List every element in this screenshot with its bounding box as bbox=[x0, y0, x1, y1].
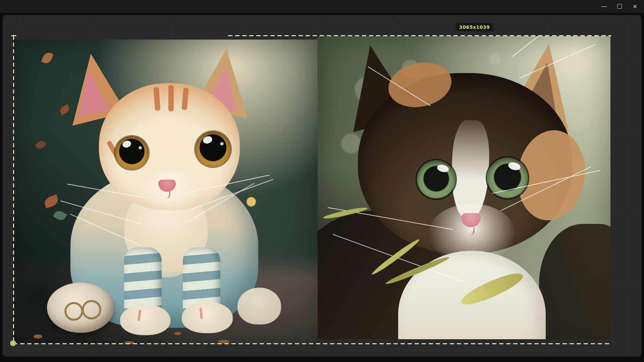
window-titlebar: — ✕ bbox=[0, 0, 644, 13]
canvas-image-calico-kitten[interactable] bbox=[318, 36, 610, 339]
pebble-swirl bbox=[64, 302, 83, 321]
kitten-eye-left bbox=[115, 136, 149, 170]
close-button[interactable]: ✕ bbox=[627, 0, 643, 13]
leaf-particle bbox=[35, 139, 46, 150]
maximize-icon bbox=[617, 4, 622, 9]
floor-debris bbox=[174, 332, 181, 335]
selection-edge-left bbox=[13, 36, 14, 344]
kitten-eye-right bbox=[487, 158, 528, 198]
kitten-shoulder-dark-fur bbox=[539, 224, 610, 339]
selection-size-label: 3065x1039 bbox=[459, 24, 490, 30]
kitten-paw-right bbox=[182, 302, 233, 333]
canvas-image-ginger-kitten[interactable] bbox=[13, 40, 318, 344]
leaf-particle bbox=[53, 209, 67, 222]
minimize-button[interactable]: — bbox=[596, 0, 612, 13]
leaf-particle bbox=[43, 194, 59, 208]
kitten-eye-right bbox=[195, 131, 231, 167]
decorated-pebble bbox=[47, 283, 114, 333]
editor-canvas[interactable]: 3065x1039 bbox=[3, 15, 641, 357]
selection-edge-top bbox=[228, 35, 611, 36]
maximize-button[interactable] bbox=[612, 0, 627, 13]
kitten-eye-left bbox=[417, 160, 455, 199]
pebble-swirl bbox=[82, 300, 101, 319]
kitten-paw-left bbox=[120, 304, 170, 335]
leaf-particle bbox=[41, 51, 54, 65]
kitten-hind-paw bbox=[237, 288, 281, 324]
floor-debris bbox=[34, 335, 42, 339]
selection-corner-dash bbox=[11, 35, 16, 36]
kitten-forehead-stripe bbox=[168, 85, 174, 111]
close-icon: ✕ bbox=[633, 3, 637, 10]
window-controls: — ✕ bbox=[596, 0, 643, 13]
floor-debris bbox=[218, 340, 229, 343]
selection-size-badge: 3065x1039 bbox=[456, 23, 493, 31]
selection-edge-bottom bbox=[13, 343, 611, 344]
glow-particle bbox=[247, 197, 256, 206]
minimize-icon: — bbox=[601, 3, 607, 9]
selection-resize-handle[interactable] bbox=[10, 340, 16, 346]
bokeh-circle bbox=[489, 53, 501, 65]
